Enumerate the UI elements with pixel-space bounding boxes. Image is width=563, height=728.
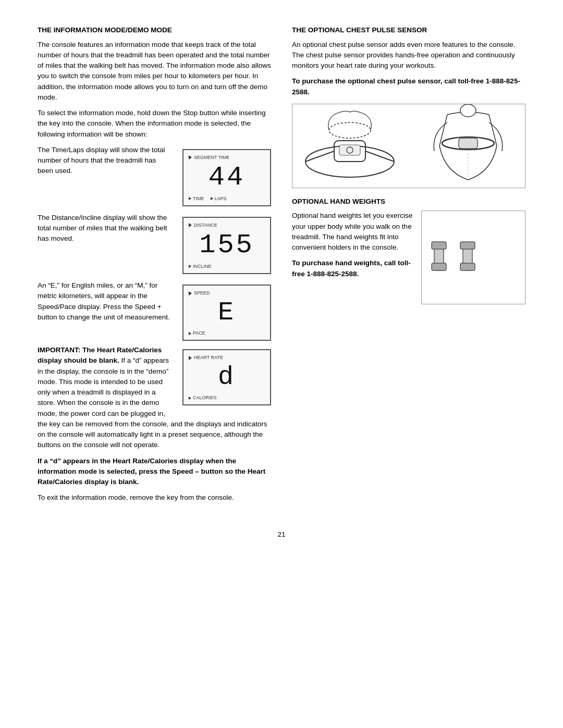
heartrate-block: HEART RATE d CALORIES IMPORTANT: The Hea… (38, 345, 271, 456)
distance-arrow-icon (189, 223, 192, 227)
left-column: THE INFORMATION MODE/DEMO MODE The conso… (38, 25, 271, 509)
svg-point-7 (460, 104, 476, 117)
chest-person-svg (416, 104, 520, 188)
chest-sensor-person-image (411, 104, 525, 188)
hand-weights-image (421, 211, 525, 304)
chest-sensor-images (292, 104, 525, 188)
right-para2: To purchase the optional chest pulse sen… (292, 76, 525, 97)
segment-time-block: SEGMENT TIME 44 TIME LAPS The (38, 145, 271, 211)
chest-sensor-device-image (292, 104, 407, 188)
right-para1: An optional chest pulse sensor adds even… (292, 40, 525, 71)
heartrate-value: d (189, 362, 265, 392)
svg-rect-16 (460, 263, 475, 270)
hand-weights-content: Optional hand weights let you exercise y… (292, 211, 525, 309)
optional-hand-weights-section: OPTIONAL HAND WEIGHTS (292, 196, 525, 309)
left-heading: THE INFORMATION MODE/DEMO MODE (38, 25, 271, 35)
svg-rect-2 (339, 145, 360, 155)
distance-value: 155 (189, 230, 265, 261)
heartrate-arrow-icon (189, 356, 192, 360)
page-content: THE INFORMATION MODE/DEMO MODE The conso… (38, 25, 525, 539)
hand-weights-heading: OPTIONAL HAND WEIGHTS (292, 196, 525, 207)
speed-label: SPEED (189, 290, 265, 297)
heartrate-bottom: CALORIES (189, 394, 265, 401)
chest-sensor-svg (298, 104, 402, 188)
svg-rect-13 (432, 263, 446, 270)
speed-arrow-icon (189, 291, 192, 295)
svg-line-5 (365, 151, 394, 162)
svg-rect-9 (459, 138, 478, 149)
important-bold2: If a “d” appears in the Heart Rate/Calor… (38, 457, 265, 486)
calories-label: CALORIES (189, 394, 217, 401)
heartrate-label: HEART RATE (189, 354, 265, 361)
speed-bottom: PACE (189, 330, 265, 337)
right-column: THE OPTIONAL CHEST PULSE SENSOR An optio… (292, 25, 525, 509)
purchase-bold: To purchase the optional chest pulse sen… (292, 77, 520, 95)
segment-time-bottom: TIME LAPS (189, 195, 265, 202)
segment-time-value: 44 (189, 162, 265, 193)
distance-label: DISTANCE (189, 222, 265, 229)
speed-block: SPEED E PACE An “E,” for English miles, … (38, 280, 271, 345)
left-para8: To exit the information mode, remove the… (38, 492, 271, 503)
left-para1: The console features an information mode… (38, 40, 271, 103)
speed-display: SPEED E PACE (182, 285, 271, 341)
right-heading: THE OPTIONAL CHEST PULSE SENSOR (292, 25, 525, 35)
svg-rect-15 (460, 242, 475, 249)
calories-arrow-icon (189, 397, 191, 400)
segment-time-arrow-icon (189, 155, 192, 159)
heartrate-display: HEART RATE d CALORIES (182, 349, 271, 405)
incline-arrow-icon (189, 265, 191, 268)
page-number: 21 (38, 529, 525, 540)
distance-bottom: INCLINE (189, 263, 265, 270)
incline-label: INCLINE (189, 263, 212, 270)
pace-label: PACE (189, 330, 205, 337)
left-para2: To select the information mode, hold dow… (38, 108, 271, 140)
two-column-layout: THE INFORMATION MODE/DEMO MODE The conso… (38, 25, 525, 509)
pace-arrow-icon (189, 332, 191, 335)
segment-time-label: SEGMENT TIME (189, 154, 265, 161)
segment-time-display: SEGMENT TIME 44 TIME LAPS (182, 149, 271, 206)
speed-value: E (189, 298, 265, 328)
svg-rect-12 (432, 242, 446, 249)
left-para7: If a “d” appears in the Heart Rate/Calor… (38, 456, 271, 488)
svg-point-6 (329, 122, 371, 138)
hand-weights-svg (426, 216, 520, 299)
time-arrow-icon (189, 197, 191, 200)
laps-arrow-icon (211, 197, 213, 200)
hand-weights-bold: To purchase hand weights, call toll-free… (292, 259, 411, 277)
distance-block: DISTANCE 155 INCLINE The Distance/Inclin… (38, 213, 271, 278)
time-label: TIME (189, 195, 204, 202)
distance-display: DISTANCE 155 INCLINE (182, 217, 271, 274)
laps-label: LAPS (211, 195, 227, 202)
svg-line-4 (305, 151, 334, 162)
